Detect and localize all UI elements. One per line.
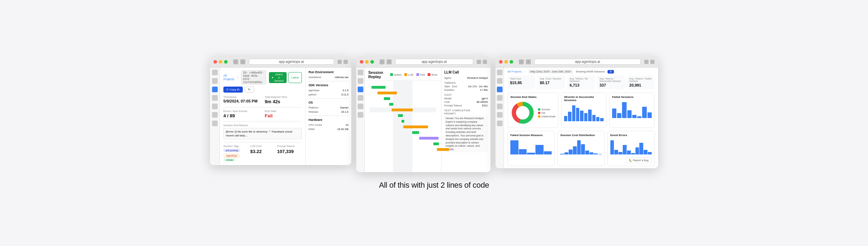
bar-column [627,110,632,118]
bar-segment [639,143,643,154]
share-icon-3[interactable] [644,60,649,64]
gantt-row-10 [370,136,436,141]
filter-btn[interactable]: ⊞ [608,70,614,74]
address-bar-1[interactable]: app.agentops.ai [249,59,334,65]
bar-column [635,147,639,154]
stat-avg-cost-value: $0.17 [540,81,562,85]
bar-segment [577,140,581,154]
titlebar-1: ‹ › app.agentops.ai [210,56,351,68]
sidebar-icon-sessions[interactable] [212,87,218,92]
w2-sidebar-icon-5[interactable] [358,104,363,109]
bar-column [642,107,646,118]
back-icon[interactable]: ‹ [233,59,238,64]
share-icon-2[interactable] [477,60,481,64]
bar-column [647,112,652,118]
bar-column [588,110,591,121]
address-bar-3[interactable]: app.agentops.ai [534,59,641,65]
w3-sidebar-icon-6[interactable] [497,112,503,118]
legend-tool: Tool [416,73,425,76]
agent-section: Agent Research Analyst [444,76,488,80]
text-completion-section: Text Completion Prompt Human: You are Re… [444,109,488,152]
sidebar-icon-notifications[interactable] [212,121,218,126]
close-dot-2[interactable] [360,60,363,64]
chart-failed-reasons-title: Failed Session Reasons [510,134,552,137]
w3-sidebar-icon-5[interactable] [497,104,503,109]
cost-row: Cost $0.09933 [444,100,488,104]
gantt-bar-action-7 [433,142,439,145]
w3-sidebar-icon-1[interactable] [497,70,503,75]
forward-icon-2[interactable]: › [387,59,392,64]
w3-sidebar-icon-3[interactable] [497,87,503,92]
bug-icon: 🐛 [629,159,632,162]
errors-label: Errors / Num Events [223,110,260,113]
toolbar-icons-1 [338,60,348,64]
bar-column [614,150,618,154]
minimize-dot-1[interactable] [219,60,222,64]
share-icon[interactable] [338,60,342,64]
maximize-dot-3[interactable] [510,60,513,64]
w2-sidebar-icon-3[interactable] [358,87,363,92]
legend-label-action: Action [394,73,401,76]
text-completion-title: Text Completion [444,109,488,112]
add-tab-icon-2[interactable] [483,60,487,64]
stat-avg-tokens-failed: Avg. Tokens / Failed Session 20,991 [627,76,655,89]
legend-dot-success [538,108,540,111]
close-dot-3[interactable] [499,60,503,64]
stat-avg-tokens-failed-value: 20,991 [629,83,652,87]
w1-sidebar [210,68,220,165]
toolbar-icons-2 [477,60,487,64]
close-dot-1[interactable] [213,60,217,64]
failed-sessions-bar-chart [612,100,652,118]
minimize-dot-3[interactable] [504,60,508,64]
bar-segment [648,152,652,154]
report-bug-btn[interactable]: 🐛 Report a Bug [626,157,652,163]
back-icon-2[interactable]: ‹ [380,59,385,64]
w3-topbar: All Projects › May 22nd, 2024 - June 20t… [508,70,655,74]
sidebar-icon-grid[interactable] [212,78,218,84]
breadcrumb-all-projects[interactable]: All Projects [223,74,234,81]
minimize-dot-2[interactable] [365,60,369,64]
bar-column [598,154,602,154]
sidebar-icon-tools[interactable] [212,104,218,109]
refresh-icon: ↻ [248,88,251,91]
copy-id-btn[interactable]: ⎘ Copy ID [223,87,243,93]
add-tab-icon[interactable] [344,60,348,64]
w2-sidebar-icon-4[interactable] [358,95,363,101]
forward-icon[interactable]: › [240,59,245,64]
bar-segment [631,153,635,154]
add-tab-icon-3[interactable] [650,60,655,64]
bar-segment [535,145,544,154]
legend-error: Error [428,73,438,76]
sidebar-icon-agents[interactable] [212,95,218,101]
breadcrumb-w3[interactable]: All Projects [508,70,522,73]
info-grid: Timestamp 5/9/2024, 07:05 PM Total Elaps… [223,95,302,104]
w3-sidebar-icon-4[interactable] [497,95,503,101]
sidebar-icon-home[interactable] [212,70,218,75]
errors-section: Errors / Num Events 4 / 89 [223,110,260,118]
address-bar-2[interactable]: app.agentops.ai [395,59,473,65]
bar-column [510,140,518,154]
refresh-btn[interactable]: ↻ [245,87,254,93]
session-end-reason-section: Session End Reason [Errno 2] No such fil… [223,124,302,139]
w3-sidebar [495,68,504,168]
select-session-btn[interactable]: ▾ Select a Session [269,72,287,83]
sdk-python-row: python 3.11.5 [309,93,348,96]
w2-sidebar-icon-1[interactable] [358,70,363,75]
timestamp-section: Timestamp 5/9/2024, 07:05 PM [223,95,260,104]
w3-sidebar-icon-2[interactable] [497,78,503,84]
latest-btn[interactable]: Latest [288,72,302,83]
bar-segment [590,152,593,154]
back-icon-3[interactable]: ‹ [519,59,524,64]
bar-segment [594,153,598,154]
legend-success-label: Success [541,108,550,111]
w2-sidebar-icon-6[interactable] [358,112,363,118]
maximize-dot-1[interactable] [224,60,228,64]
timings-section: Timings Start - End 1m 17s - 1m 34s Dura… [444,82,488,92]
maximize-dot-2[interactable] [370,60,374,64]
w2-sidebar-icon-2[interactable] [358,78,363,84]
w3-sidebar-icon-7[interactable] [497,121,503,126]
forward-icon-3[interactable]: › [526,59,531,64]
bar-column [569,150,573,154]
sidebar-icon-settings[interactable] [212,112,218,118]
chart-event-errors: Event Errors 🐛 Report a Bug [608,131,655,166]
